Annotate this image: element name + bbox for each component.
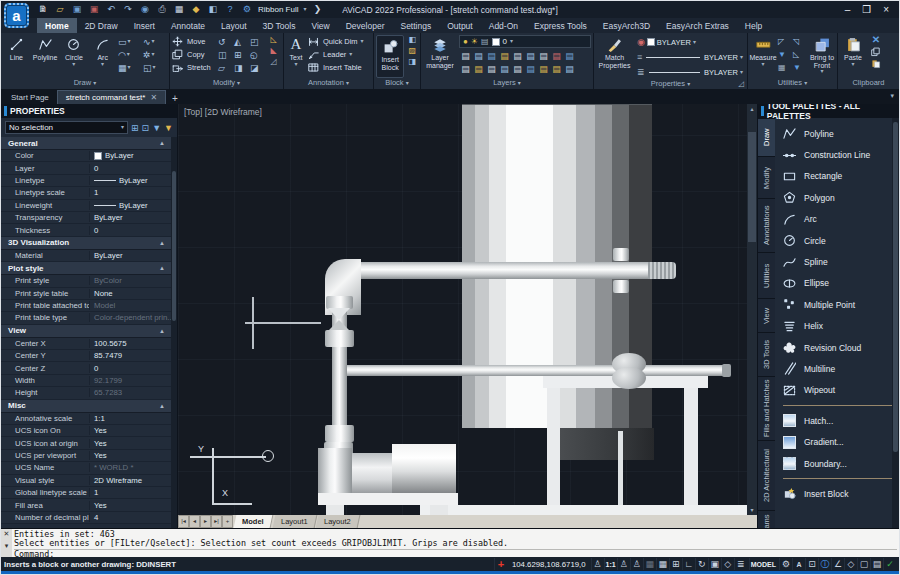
properties-palette-header[interactable]: PROPERTIES [1, 104, 177, 118]
annotation-panel-label[interactable]: Annotation ▾ [284, 78, 373, 89]
layer-tool-icon[interactable]: ▤ [485, 63, 498, 76]
annotation-visibility-icon[interactable]: ♙ [617, 558, 630, 570]
save-as-icon[interactable]: ▣ [88, 5, 100, 14]
menu-tab-insert[interactable]: Insert [126, 18, 163, 33]
color-control-dropdown[interactable]: ◉BYLAYER▾ [635, 35, 745, 49]
palette-item-ellipse[interactable]: Ellipse [781, 273, 897, 294]
plot-preview-icon[interactable]: ◉ [139, 5, 151, 14]
select-objects-icon[interactable]: ⊡ [142, 123, 150, 133]
model-space-button[interactable]: MODEL [749, 558, 777, 570]
property-value[interactable]: 1 [89, 488, 171, 497]
property-value[interactable]: ByLayer [89, 251, 171, 260]
lineweight-control-dropdown[interactable]: ≣BYLAYER▾ [635, 65, 745, 79]
layer-tool-icon[interactable]: ▤ [472, 63, 485, 76]
property-row[interactable]: MaterialByLayer [1, 250, 171, 262]
property-value[interactable]: ByLayer [89, 151, 171, 160]
scrollbar-thumb[interactable] [748, 132, 756, 242]
modify-panel-label[interactable]: Modify ▾ [170, 78, 283, 89]
menu-tab-developer[interactable]: Developer [338, 18, 393, 33]
ribbon-button-circle[interactable]: Circle▾ [61, 35, 88, 78]
property-value[interactable]: 92.1799 [89, 376, 171, 385]
properties-scrollbar[interactable] [171, 137, 177, 528]
property-value[interactable]: Yes [89, 501, 171, 510]
layer-tool-icon[interactable]: ▤ [459, 50, 472, 63]
property-row[interactable]: Center Z0 [1, 362, 171, 374]
sun-icon[interactable]: ☀ [471, 37, 478, 46]
collapse-icon[interactable]: ▲ [159, 328, 165, 334]
join-icon[interactable]: ◪ [250, 61, 265, 74]
save-icon[interactable]: ▣ [71, 5, 83, 14]
ribbon-button-move[interactable]: Move [172, 35, 216, 48]
ribbon-button-insert-table[interactable]: Insert Table [308, 61, 371, 74]
property-row[interactable]: UCS icon OnYes [1, 425, 171, 437]
dynamic-input-icon[interactable]: ▣ [708, 558, 721, 570]
mirror-icon[interactable]: ◭ [234, 35, 249, 48]
properties-panel-label[interactable]: Properties ▾ ◿ [594, 79, 747, 89]
palette-item-helix[interactable]: Helix [781, 316, 897, 337]
menu-tab-layout[interactable]: Layout [213, 18, 255, 33]
grid-display-icon[interactable]: ▦ [643, 558, 656, 570]
palette-tab-2d-architectural[interactable]: 2D Architectural [758, 440, 775, 510]
trim-icon[interactable]: ◫ [218, 48, 233, 61]
property-value[interactable]: ByLayer [89, 176, 171, 185]
collapse-icon[interactable]: ▲ [159, 403, 165, 409]
coordinates-readout[interactable]: 104.6298,108.6719,0 [509, 560, 589, 569]
chevron-down-icon[interactable]: ▾ [510, 39, 513, 44]
tool-palettes-header[interactable]: TOOL PALETTES - ALL PALETTES [758, 104, 899, 118]
property-value[interactable]: None [89, 289, 171, 298]
scale-icon[interactable]: ◰ [250, 35, 265, 48]
utilities-panel-label[interactable]: Utilities ▾ [748, 78, 837, 89]
layer-tool-icon[interactable]: ▤ [524, 50, 537, 63]
scroll-up-icon[interactable]: ▴ [747, 104, 757, 114]
first-layout-icon[interactable]: |◂ [178, 515, 189, 528]
palette-item-multiline[interactable]: Multiline [781, 358, 897, 379]
quick-select-icon[interactable]: ▼ [152, 123, 161, 133]
collapse-icon[interactable]: ▲ [159, 140, 165, 146]
break-icon[interactable]: ◣ [270, 46, 276, 56]
property-row[interactable]: LinetypeByLayer [1, 175, 171, 187]
section-header-general[interactable]: General▲ [1, 137, 171, 150]
ribbon-button-match-properties[interactable]: Match Properties [596, 35, 633, 79]
next-layout-icon[interactable]: ▸ [200, 515, 211, 528]
property-value[interactable]: 0 [89, 226, 171, 235]
ortho-icon[interactable]: ∟ [682, 558, 695, 570]
palette-item-gradient-[interactable]: Gradient... [781, 431, 897, 452]
layout-tab-layout2[interactable]: Layout2 [316, 515, 360, 528]
open-folder-icon[interactable]: ▱ [54, 5, 66, 14]
overlap-windows-icon[interactable]: ⊡ [805, 558, 818, 570]
collapse-icon[interactable]: ▲ [159, 265, 165, 271]
hatch-tool-icon[interactable]: ▦▾ [118, 61, 142, 74]
scroll-down-icon[interactable]: ▾ [747, 505, 757, 515]
block-panel-label[interactable]: Block ▾ [374, 78, 420, 89]
palette-item-spline[interactable]: Spline [781, 251, 897, 272]
ribbon-button-layer-manager[interactable]: Layer manager [423, 35, 457, 78]
rectangle-tool-icon[interactable]: ▭▾ [118, 35, 142, 48]
property-value[interactable]: 2D Wireframe [89, 476, 171, 485]
property-row[interactable]: Width92.1799 [1, 375, 171, 387]
quick-filter-icon[interactable]: ▼ [164, 123, 173, 133]
dialog-launcher-icon[interactable]: ◿ [738, 79, 744, 89]
property-value[interactable]: ByColor [89, 276, 171, 285]
ribbon-button-quick-dim[interactable]: Quick Dim▾ [308, 35, 371, 48]
property-row[interactable]: Annotative scale1:1 [1, 413, 171, 425]
palette-item-multiple-point[interactable]: Multiple Point [781, 294, 897, 315]
property-value[interactable]: Yes [89, 451, 171, 460]
property-row[interactable]: LineweightByLayer [1, 200, 171, 212]
lengthen-icon[interactable]: ◿ [270, 57, 276, 67]
chevron-down-icon[interactable]: ▾ [5, 542, 9, 550]
ribbon-button-measure[interactable]: Measure▾ [750, 35, 776, 78]
menu-tab-3d-tools[interactable]: 3D Tools [255, 18, 304, 33]
property-row[interactable]: UCS icon at originYes [1, 437, 171, 449]
redo-icon[interactable]: ↷ [122, 5, 134, 14]
layer-tool-icon[interactable]: ▤ [537, 63, 550, 76]
cut-icon[interactable]: ✕ [872, 35, 880, 45]
property-row[interactable]: Print styleByColor [1, 275, 171, 287]
palette-item-insert-block[interactable]: Insert Block [781, 483, 897, 504]
new-tab-button[interactable]: + [172, 93, 178, 104]
explode-icon[interactable]: ◨ [234, 61, 249, 74]
layers-panel-label[interactable]: Layers ▾ [421, 78, 593, 89]
revision-tool-icon[interactable]: ∿▾ [143, 35, 167, 48]
menu-tab-express-tools[interactable]: Express Tools [526, 18, 595, 33]
palette-tab-view[interactable]: View [758, 298, 775, 332]
collapse-icon[interactable]: ▲ [159, 240, 165, 246]
